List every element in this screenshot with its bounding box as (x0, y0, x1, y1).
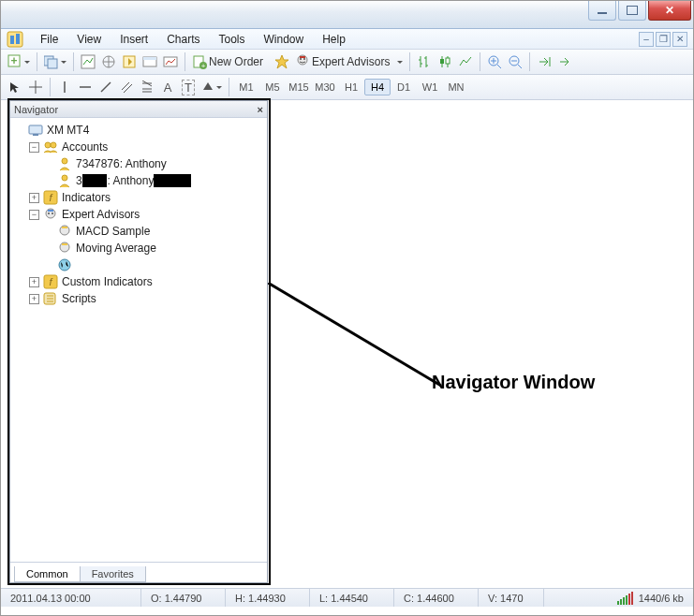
menu-tools[interactable]: Tools (210, 31, 255, 48)
connection-bars-icon (617, 592, 633, 605)
timeframe-h4[interactable]: H4 (364, 79, 391, 95)
expand-icon[interactable]: + (29, 277, 39, 287)
tree-accounts[interactable]: − Accounts (12, 139, 265, 155)
svg-point-50 (62, 158, 67, 164)
market-watch-button[interactable] (78, 51, 98, 72)
tree-ea-macd[interactable]: MACD Sample (12, 223, 265, 240)
collapse-icon[interactable]: − (29, 210, 39, 220)
navigator-close-button[interactable]: × (258, 104, 263, 115)
cursor-button[interactable] (5, 77, 25, 97)
horizontal-line-button[interactable] (75, 77, 96, 97)
annotation-label: Navigator Window (432, 372, 595, 393)
tree-indicators[interactable]: + f Indicators (12, 189, 265, 206)
status-low: L: 1.44540 (310, 589, 394, 607)
tree-ea-macd-label: MACD Sample (76, 225, 150, 238)
globe-icon (57, 257, 72, 272)
trendline-button[interactable] (96, 77, 116, 97)
svg-rect-2 (16, 34, 20, 44)
tree-expert-advisors[interactable]: − Expert Advisors (12, 206, 265, 223)
terminal-button[interactable] (140, 51, 160, 72)
menu-window[interactable]: Window (255, 31, 314, 48)
timeframe-m15[interactable]: M15 (286, 79, 312, 95)
menu-charts[interactable]: Charts (157, 31, 209, 48)
crosshair-button[interactable] (25, 77, 46, 97)
timeframe-w1[interactable]: W1 (417, 79, 443, 95)
auto-scroll-button[interactable] (534, 51, 554, 72)
svg-line-68 (268, 283, 441, 386)
new-chart-button[interactable]: + (5, 51, 33, 72)
tree-custom-indicators[interactable]: + f Custom Indicators (12, 273, 265, 290)
navigator-title: Navigator (14, 104, 58, 115)
chart-shift-button[interactable] (554, 51, 575, 72)
tree-root[interactable]: XM MT4 (12, 122, 265, 139)
metaquotes-button[interactable] (272, 51, 292, 72)
tree-account-1[interactable]: 7347876: Anthony (12, 155, 265, 172)
svg-point-56 (48, 213, 50, 214)
vertical-line-button[interactable] (54, 77, 75, 97)
timeframe-h1[interactable]: H1 (338, 79, 364, 95)
equidistant-channel-button[interactable] (116, 77, 137, 97)
tree-scripts[interactable]: + Scripts (12, 290, 265, 307)
text-label-button[interactable]: T (178, 77, 199, 97)
strategy-tester-button[interactable] (160, 51, 181, 72)
svg-line-39 (101, 82, 111, 92)
tree-ea-ma[interactable]: Moving Average (12, 240, 265, 257)
tree-ea-ma-label: Moving Average (76, 242, 156, 255)
window-maximize-button[interactable] (618, 1, 646, 21)
collapse-icon[interactable]: − (29, 142, 39, 153)
new-order-button[interactable]: + New Order (189, 51, 272, 72)
navigator-titlebar[interactable]: Navigator × (10, 101, 267, 118)
window-titlebar (1, 1, 693, 29)
text-button[interactable]: A (157, 77, 178, 97)
expand-icon[interactable]: + (29, 294, 39, 304)
tree-account-1-label: 7347876: Anthony (76, 157, 167, 170)
svg-point-20 (300, 58, 302, 60)
window-close-button[interactable] (648, 1, 691, 21)
status-connection[interactable]: 1440/6 kb (608, 589, 693, 607)
zoom-in-button[interactable] (484, 51, 505, 72)
menu-insert[interactable]: Insert (111, 31, 157, 48)
candlestick-button[interactable] (435, 51, 455, 72)
tree-root-label: XM MT4 (47, 124, 89, 137)
profiles-button[interactable] (41, 51, 69, 72)
ea-item-icon (57, 241, 72, 256)
person-icon (57, 173, 72, 188)
status-volume: V: 1470 (479, 589, 544, 607)
menu-help[interactable]: Help (313, 31, 355, 48)
line-chart-button[interactable] (455, 51, 476, 72)
menu-file[interactable]: File (31, 31, 67, 48)
mdi-close-button[interactable]: ✕ (672, 32, 687, 47)
data-window-button[interactable] (119, 51, 140, 72)
timeframe-d1[interactable]: D1 (391, 79, 417, 95)
arrows-button[interactable] (199, 77, 225, 97)
fibonacci-button[interactable] (137, 77, 157, 97)
status-open: O: 1.44790 (141, 589, 226, 607)
svg-rect-22 (300, 56, 305, 58)
window-minimize-button[interactable] (588, 1, 616, 21)
menu-view[interactable]: View (67, 31, 111, 48)
bar-chart-button[interactable] (414, 51, 435, 72)
timeframe-m5[interactable]: M5 (259, 79, 286, 95)
status-high: H: 1.44930 (226, 589, 310, 607)
svg-rect-1 (10, 36, 14, 44)
tab-favorites[interactable]: Favorites (80, 566, 146, 582)
tree-indicators-label: Indicators (62, 191, 111, 204)
tree-ea-more[interactable] (12, 257, 265, 273)
zoom-out-button[interactable] (505, 51, 525, 72)
tab-common[interactable]: Common (14, 566, 81, 582)
mdi-restore-button[interactable]: ❐ (656, 32, 671, 47)
navigator-tabs: Common Favorites (10, 562, 267, 582)
tree-custom-label: Custom Indicators (62, 275, 153, 288)
expert-advisors-button[interactable]: Expert Advisors (292, 51, 406, 72)
expert-advisors-label: Expert Advisors (312, 55, 390, 68)
toolbar-drawing: A T M1 M5 M15 M30 H1 H4 D1 W1 MN (1, 75, 693, 100)
timeframe-m1[interactable]: M1 (233, 79, 259, 95)
expand-icon[interactable]: + (29, 193, 39, 203)
mdi-minimize-button[interactable]: – (639, 32, 654, 47)
timeframe-m30[interactable]: M30 (312, 79, 338, 95)
tree-account-2[interactable]: 30000: AnthonyXXXXX (12, 172, 265, 189)
navigator-toolbar-button[interactable] (98, 51, 119, 72)
statusbar: 2011.04.13 00:00 O: 1.44790 H: 1.44930 L… (1, 588, 693, 607)
timeframe-mn[interactable]: MN (443, 79, 469, 95)
status-datetime: 2011.04.13 00:00 (1, 589, 141, 607)
